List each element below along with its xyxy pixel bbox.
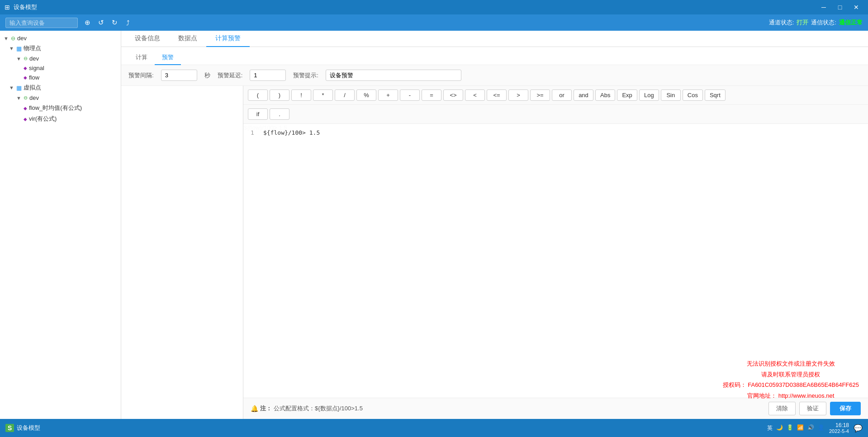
sidebar-item-virtual-dev[interactable]: ▼ ⊖ dev (0, 93, 121, 103)
minimize-button[interactable]: ─ (816, 0, 831, 14)
maximize-button[interactable]: □ (833, 0, 847, 14)
close-button[interactable]: ✕ (849, 0, 863, 14)
license-code-value: FA601C05937D0388EA6B65E4B64FF625 (748, 381, 859, 388)
toolbar-left: ⊕ ↺ ↻ ⤴ (5, 17, 134, 28)
save-button[interactable]: 保存 (830, 402, 861, 415)
physical-dev-label: dev (29, 55, 39, 62)
op-paren-close[interactable]: ) (270, 89, 289, 101)
folder-virtual-icon: ▦ (16, 85, 22, 91)
op-not[interactable]: ! (291, 89, 311, 101)
collapse-virtual-dev-icon: ▼ (16, 95, 22, 101)
sidebar-item-root-dev[interactable]: ▼ ⊖ dev (0, 33, 121, 43)
flow-avg-label: flow_时均值(有公式) (29, 104, 82, 112)
operator-row-2: if . (243, 105, 868, 124)
moon-icon: 🌙 (776, 424, 783, 432)
code-textarea[interactable]: ${flow}/100> 1.5 (243, 124, 868, 398)
alert-interval-unit: 秒 (204, 71, 210, 80)
sidebar-item-flow[interactable]: ◆ flow (0, 73, 121, 82)
bottom-time: 16:18 (835, 422, 849, 428)
sidebar-item-physical-dev[interactable]: ▼ ⊖ dev (0, 54, 121, 63)
op-minus[interactable]: - (400, 89, 420, 101)
bottom-time-group: 16:18 2022-5-4 (829, 422, 849, 434)
tab-calc-alert[interactable]: 计算预警 (206, 31, 250, 47)
window-title: 设备模型 (14, 3, 37, 11)
sidebar-item-physical[interactable]: ▼ ▦ 物理点 (0, 43, 121, 54)
verify-button[interactable]: 验证 (799, 402, 826, 415)
main-tab-bar: 设备信息 数据点 计算预警 (121, 31, 868, 47)
op-cos[interactable]: Cos (683, 89, 703, 101)
bottom-app-icon: S (5, 424, 14, 432)
alert-interval-label: 预警间隔: (128, 71, 154, 80)
op-modulo[interactable]: % (356, 89, 376, 101)
alert-hint-input[interactable] (326, 70, 461, 81)
toolbar: ⊕ ↺ ↻ ⤴ 通道状态: 打开 通信状态: 通信正常 (0, 14, 868, 31)
op-dot[interactable]: . (270, 108, 289, 120)
op-multiply[interactable]: * (313, 89, 333, 101)
bottom-date: 2022-5-4 (829, 428, 849, 434)
action-buttons: 清除 验证 保存 (768, 402, 861, 415)
note-prefix: 注： (260, 404, 272, 413)
refresh1-icon[interactable]: ↺ (95, 17, 107, 28)
op-sin[interactable]: Sin (661, 89, 681, 101)
virtual-points-label: 虚拟点 (24, 84, 41, 92)
add-icon[interactable]: ⊕ (81, 17, 93, 28)
device-icon: ⊖ (11, 35, 15, 42)
op-less-equal[interactable]: <= (487, 89, 507, 101)
op-abs[interactable]: Abs (595, 89, 615, 101)
collapse-physical-dev-icon: ▼ (16, 56, 22, 61)
toolbar-icons: ⊕ ↺ ↻ ⤴ (81, 17, 134, 28)
title-bar: ⊞ 设备模型 ─ □ ✕ (0, 0, 868, 14)
bottom-right: 英 🌙 🔋 📶 🔊 👤 16:18 2022-5-4 💬 (767, 422, 863, 434)
status-channel-label: 通道状态: (769, 19, 794, 27)
op-greater-equal[interactable]: >= (530, 89, 550, 101)
tab-data-points[interactable]: 数据点 (169, 31, 206, 47)
virtual-dev-icon: ⊖ (24, 95, 28, 101)
title-bar-controls: ─ □ ✕ (816, 0, 863, 14)
collapse-icon: ▼ (4, 36, 9, 41)
battery-icon: 🔋 (787, 424, 793, 432)
search-input[interactable] (5, 18, 78, 28)
op-less[interactable]: < (465, 89, 485, 101)
user-icon: 👤 (818, 424, 825, 432)
license-line2: 请及时联系管理员授权 (723, 369, 859, 380)
op-sqrt[interactable]: Sqrt (705, 89, 726, 101)
sidebar-item-signal[interactable]: ◆ signal (0, 63, 121, 73)
license-url-value: http://www.ineuos.net (778, 392, 835, 399)
toolbar-status: 通道状态: 打开 通信状态: 通信正常 (769, 19, 863, 27)
physical-points-label: 物理点 (24, 44, 41, 52)
op-exp[interactable]: Exp (617, 89, 637, 101)
tab-device-info[interactable]: 设备信息 (126, 31, 169, 47)
op-paren-open[interactable]: ( (248, 89, 268, 101)
alert-delay-input[interactable] (250, 70, 286, 81)
sound-icon: 🔊 (807, 424, 814, 432)
alert-interval-input[interactable] (161, 70, 197, 81)
sidebar-item-vir[interactable]: ◆ vir(有公式) (0, 113, 121, 124)
form-row: 预警间隔: 秒 预警延迟: 预警提示: (121, 65, 868, 86)
formula-tree (121, 86, 243, 419)
clear-button[interactable]: 清除 (768, 402, 796, 415)
op-equal[interactable]: = (422, 89, 441, 101)
license-line1: 无法识别授权文件或注册文件失效 (723, 358, 859, 369)
op-and[interactable]: and (574, 89, 593, 101)
op-plus[interactable]: + (378, 89, 398, 101)
op-if[interactable]: if (248, 108, 268, 120)
license-code-label: 授权码： (723, 381, 746, 388)
op-divide[interactable]: / (335, 89, 355, 101)
sidebar-item-flow-avg[interactable]: ◆ flow_时均值(有公式) (0, 103, 121, 113)
leaf-flow-icon: ◆ (24, 75, 27, 80)
op-log[interactable]: Log (639, 89, 659, 101)
leaf-vir-icon: ◆ (24, 117, 27, 122)
sidebar-item-virtual[interactable]: ▼ ▦ 虚拟点 (0, 82, 121, 93)
signal-leaf-label: signal (29, 65, 44, 71)
export-icon[interactable]: ⤴ (122, 17, 134, 28)
op-or[interactable]: or (552, 89, 572, 101)
chat-icon[interactable]: 💬 (854, 424, 863, 432)
op-greater[interactable]: > (508, 89, 528, 101)
sub-tab-calc[interactable]: 计算 (128, 51, 155, 65)
note-content: 公式配置格式：${数据点}/100>1.5 (274, 404, 363, 413)
vir-label: vir(有公式) (29, 115, 57, 123)
op-not-equal[interactable]: <> (443, 89, 463, 101)
sub-tab-alert[interactable]: 预警 (155, 51, 181, 65)
refresh2-icon[interactable]: ↻ (109, 17, 120, 28)
folder-physical-icon: ▦ (16, 45, 22, 52)
